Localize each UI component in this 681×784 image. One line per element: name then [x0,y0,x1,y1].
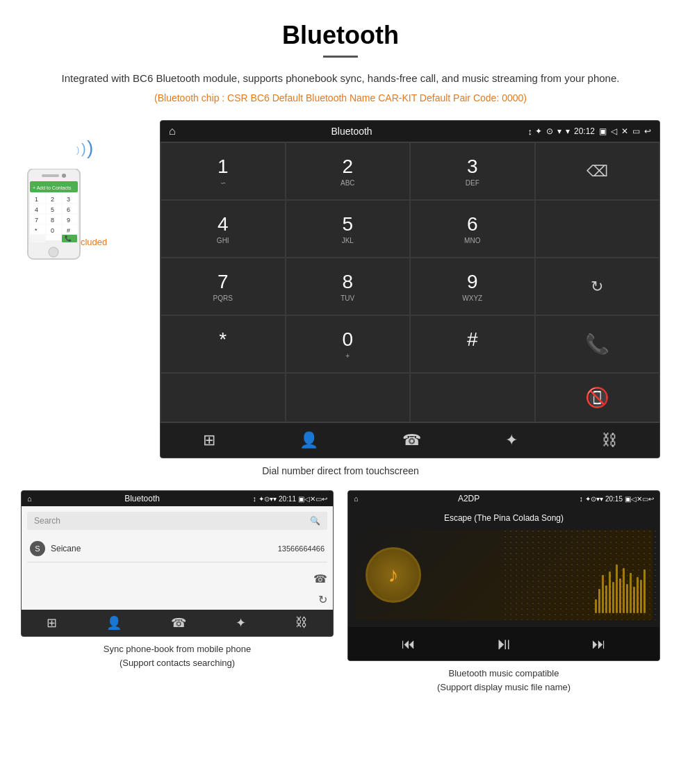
usb-icon: ↕ [527,126,532,137]
bluetooth-nav-icon[interactable]: ✦ [505,431,518,449]
pb-vol-icon: ◁ [304,495,310,503]
screen-title-large: Bluetooth [176,126,528,137]
window-icon[interactable]: ▭ [632,126,640,136]
pb-signal-icon: ▾▾ [270,495,277,503]
dial-key-0[interactable]: 0 + [286,315,411,373]
phonebook-caption: Sync phone-book from mobile phone (Suppo… [21,642,334,669]
home-icon[interactable]: ⌂ [169,125,176,137]
page-title: Bluetooth [0,0,681,50]
pb-cam-icon: ▣ [298,495,304,503]
dial-pad: 1 ∽ 2 ABC 3 DEF ⌫ 4 GHI 5 JKL [161,142,659,422]
dial-key-call-start[interactable]: 📞 [535,315,660,373]
dial-key-9[interactable]: 9 WXYZ [410,258,535,315]
dialpad-nav-icon[interactable]: ⊞ [203,431,215,449]
svg-text:7: 7 [35,217,38,224]
search-icon[interactable]: 🔍 [310,516,320,526]
back-icon[interactable]: ↩ [644,126,651,136]
phone-nav-icon[interactable]: ☎ [402,431,421,449]
dial-key-8[interactable]: 8 TUV [286,258,411,315]
dial-key-backspace[interactable]: ⌫ [535,142,660,200]
svg-text:4: 4 [35,206,38,213]
pb-refresh-icon[interactable]: ↻ [318,593,327,606]
phonebook-bottom-nav: ⊞ 👤 ☎ ✦ ⛓ [22,610,333,636]
wifi-icon: ▾ [566,126,570,136]
phonebook-status-bar: ⌂ Bluetooth ↕ ✦ ⊙ ▾▾ 20:11 ▣ ◁ ✕ ▭ ↩ [22,491,333,506]
dial-key-refresh[interactable]: ↻ [535,258,660,315]
contacts-nav-icon[interactable]: 👤 [300,431,318,449]
dial-empty-row4c [410,373,535,422]
svg-text:📞: 📞 [65,235,72,242]
music-bt-icon: ✦ [585,495,591,503]
pb-home-icon[interactable]: ⌂ [27,494,32,503]
music-home-icon[interactable]: ⌂ [354,494,359,503]
volume-icon: ◁ [611,126,617,136]
backspace-icon: ⌫ [586,162,608,181]
dial-key-2[interactable]: 2 ABC [286,142,411,200]
pb-phone-icon[interactable]: ☎ [313,572,327,585]
phone-svg: + Add to Contacts 1 2 3 4 5 6 7 8 9 * 0 [24,169,94,280]
svg-text:1: 1 [35,196,38,203]
call-start-icon: 📞 [585,333,609,356]
time-display: 20:12 [574,126,595,136]
music-caption: Bluetooth music compatible (Support disp… [347,667,660,694]
pb-time: 20:11 [279,495,296,503]
contact-avatar: S [30,541,45,556]
phonebook-screen-wrapper: ⌂ Bluetooth ↕ ✦ ⊙ ▾▾ 20:11 ▣ ◁ ✕ ▭ ↩ Sea… [21,490,334,694]
pb-link-icon[interactable]: ⛓ [295,615,308,631]
pb-call-icon[interactable]: ☎ [171,615,186,631]
pb-back-icon[interactable]: ↩ [322,495,327,503]
pb-x-icon[interactable]: ✕ [310,495,315,503]
dial-key-3[interactable]: 3 DEF [410,142,535,200]
music-content: Escape (The Pina Colada Song) [348,506,659,627]
music-screen-wrapper: ⌂ A2DP ↕ ✦ ⊙ ▾▾ 20:15 ▣ ◁ ✕ ▭ ↩ Escape (… [347,490,660,694]
pb-win-icon[interactable]: ▭ [315,495,322,503]
dial-key-4[interactable]: 4 GHI [161,200,286,258]
phone-container: ) ) ) ᛒ + Add to Contacts [21,141,160,247]
dial-caption: Dial number direct from touchscreen [0,465,681,476]
music-x-icon[interactable]: ✕ [637,495,642,503]
dial-key-hash[interactable]: # [410,315,535,373]
bluetooth-specs: (Bluetooth chip : CSR BC6 Default Blueto… [0,92,681,103]
dial-empty-row2 [535,200,660,258]
dial-key-5[interactable]: 5 JKL [286,200,411,258]
search-bar[interactable]: Search 🔍 [27,512,327,530]
play-pause-button[interactable]: ⏯ [495,634,512,653]
svg-text:0: 0 [51,227,54,234]
album-art: ♪ [366,547,421,603]
prev-track-button[interactable]: ⏮ [402,636,416,652]
music-win-icon[interactable]: ▭ [642,495,648,503]
status-icons-large: ✦ ⊙ ▾ ▾ 20:12 ▣ ◁ ✕ ▭ ↩ [535,126,651,136]
dial-key-star[interactable]: * [161,315,286,373]
svg-text:3: 3 [67,196,70,203]
pb-bt-nav-icon[interactable]: ✦ [236,615,246,631]
phonebook-screen: ⌂ Bluetooth ↕ ✦ ⊙ ▾▾ 20:11 ▣ ◁ ✕ ▭ ↩ Sea… [21,490,334,637]
contact-row[interactable]: S Seicane 13566664466 [27,535,327,562]
music-artwork-area: ♪ [355,530,653,620]
pb-bt-icon: ✦ [259,495,264,503]
music-controls: ⏮ ⏯ ⏭ [348,627,659,660]
music-note-icon: ♪ [388,563,399,587]
bottom-screens-section: ⌂ Bluetooth ↕ ✦ ⊙ ▾▾ 20:11 ▣ ◁ ✕ ▭ ↩ Sea… [0,490,681,694]
pb-contacts-icon[interactable]: 👤 [106,615,122,631]
dial-key-7[interactable]: 7 PQRS [161,258,286,315]
large-status-bar: ⌂ Bluetooth ↕ ✦ ⊙ ▾ ▾ 20:12 ▣ ◁ ✕ ▭ ↩ [161,121,659,142]
music-loc-icon: ⊙ [591,495,596,503]
music-cam-icon: ▣ [625,495,631,503]
svg-rect-24 [30,235,45,242]
next-track-button[interactable]: ⏭ [592,636,606,652]
music-back-icon[interactable]: ↩ [648,495,654,503]
refresh-icon: ↻ [591,278,603,296]
close-icon[interactable]: ✕ [621,126,628,136]
search-placeholder: Search [34,516,60,526]
link-nav-icon[interactable]: ⛓ [602,431,617,449]
pb-usb-icon: ↕ [252,494,256,503]
dial-key-call-end[interactable]: 📵 [535,373,660,422]
svg-text:+ Add to Contacts: + Add to Contacts [33,185,72,190]
pb-dialpad-icon[interactable]: ⊞ [47,615,57,631]
svg-text:9: 9 [67,217,70,224]
waveform-bars [595,558,646,613]
contact-name: Seicane [51,544,278,553]
dial-key-6[interactable]: 6 MNO [410,200,535,258]
music-signal-icon: ▾▾ [596,495,603,503]
dial-key-1[interactable]: 1 ∽ [161,142,286,200]
